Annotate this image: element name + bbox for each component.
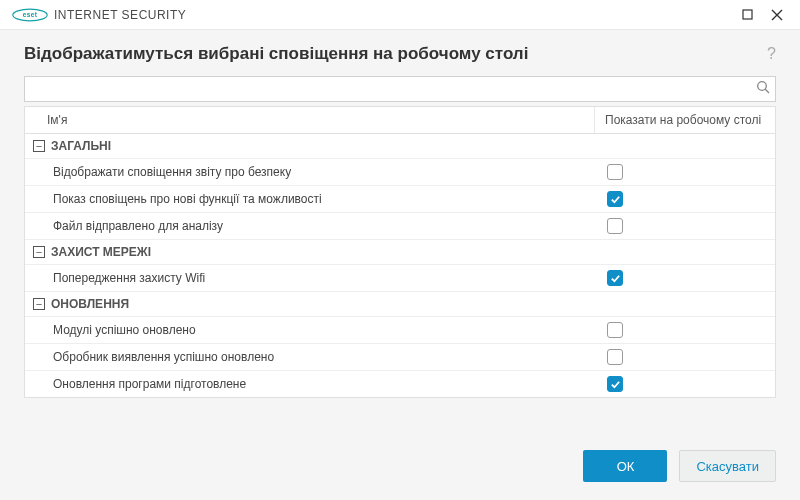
show-checkbox[interactable] bbox=[607, 218, 623, 234]
item-row: Попередження захисту Wifi bbox=[25, 265, 775, 292]
item-row: Обробник виявлення успішно оновлено bbox=[25, 344, 775, 371]
collapse-icon[interactable]: − bbox=[33, 298, 45, 310]
item-row: Файл відправлено для аналізу bbox=[25, 213, 775, 240]
app-name: INTERNET SECURITY bbox=[54, 8, 186, 22]
group-row[interactable]: −ОНОВЛЕННЯ bbox=[25, 292, 775, 317]
table-header: Ім'я Показати на робочому столі bbox=[25, 107, 775, 134]
notifications-table: Ім'я Показати на робочому столі −ЗАГАЛЬН… bbox=[24, 106, 776, 398]
search-input[interactable] bbox=[24, 76, 776, 102]
cancel-button[interactable]: Скасувати bbox=[679, 450, 776, 482]
content: Ім'я Показати на робочому столі −ЗАГАЛЬН… bbox=[0, 76, 800, 434]
group-label: ОНОВЛЕННЯ bbox=[51, 297, 129, 311]
table-body: −ЗАГАЛЬНІВідображати сповіщення звіту пр… bbox=[25, 134, 775, 397]
group-label: ЗАХИСТ МЕРЕЖІ bbox=[51, 245, 151, 259]
group-row[interactable]: −ЗАХИСТ МЕРЕЖІ bbox=[25, 240, 775, 265]
brand: eset INTERNET SECURITY bbox=[12, 8, 186, 22]
item-row: Модулі успішно оновлено bbox=[25, 317, 775, 344]
group-label: ЗАГАЛЬНІ bbox=[51, 139, 111, 153]
item-label: Обробник виявлення успішно оновлено bbox=[53, 350, 607, 364]
svg-text:eset: eset bbox=[23, 11, 38, 18]
show-checkbox[interactable] bbox=[607, 349, 623, 365]
dialog-title: Відображатимуться вибрані сповіщення на … bbox=[24, 44, 528, 64]
square-icon bbox=[742, 9, 753, 20]
item-label: Попередження захисту Wifi bbox=[53, 271, 607, 285]
item-label: Відображати сповіщення звіту про безпеку bbox=[53, 165, 607, 179]
group-row[interactable]: −ЗАГАЛЬНІ bbox=[25, 134, 775, 159]
eset-logo: eset bbox=[12, 8, 48, 22]
show-checkbox[interactable] bbox=[607, 376, 623, 392]
close-icon bbox=[771, 9, 783, 21]
ok-button[interactable]: ОК bbox=[583, 450, 667, 482]
help-button[interactable]: ? bbox=[767, 45, 776, 63]
show-checkbox[interactable] bbox=[607, 164, 623, 180]
item-label: Оновлення програми підготовлене bbox=[53, 377, 607, 391]
item-row: Показ сповіщень про нові функції та можл… bbox=[25, 186, 775, 213]
titlebar: eset INTERNET SECURITY bbox=[0, 0, 800, 30]
footer: ОК Скасувати bbox=[0, 434, 800, 500]
search-wrap bbox=[24, 76, 776, 102]
item-row: Відображати сповіщення звіту про безпеку bbox=[25, 159, 775, 186]
collapse-icon[interactable]: − bbox=[33, 140, 45, 152]
column-name: Ім'я bbox=[25, 107, 595, 133]
dialog-header: Відображатимуться вибрані сповіщення на … bbox=[0, 30, 800, 76]
item-label: Показ сповіщень про нові функції та можл… bbox=[53, 192, 607, 206]
column-show: Показати на робочому столі bbox=[595, 107, 775, 133]
show-checkbox[interactable] bbox=[607, 191, 623, 207]
collapse-icon[interactable]: − bbox=[33, 246, 45, 258]
close-button[interactable] bbox=[762, 0, 792, 30]
item-row: Оновлення програми підготовлене bbox=[25, 371, 775, 397]
item-label: Модулі успішно оновлено bbox=[53, 323, 607, 337]
show-checkbox[interactable] bbox=[607, 322, 623, 338]
show-checkbox[interactable] bbox=[607, 270, 623, 286]
item-label: Файл відправлено для аналізу bbox=[53, 219, 607, 233]
svg-rect-2 bbox=[743, 10, 752, 19]
maximize-button[interactable] bbox=[732, 0, 762, 30]
